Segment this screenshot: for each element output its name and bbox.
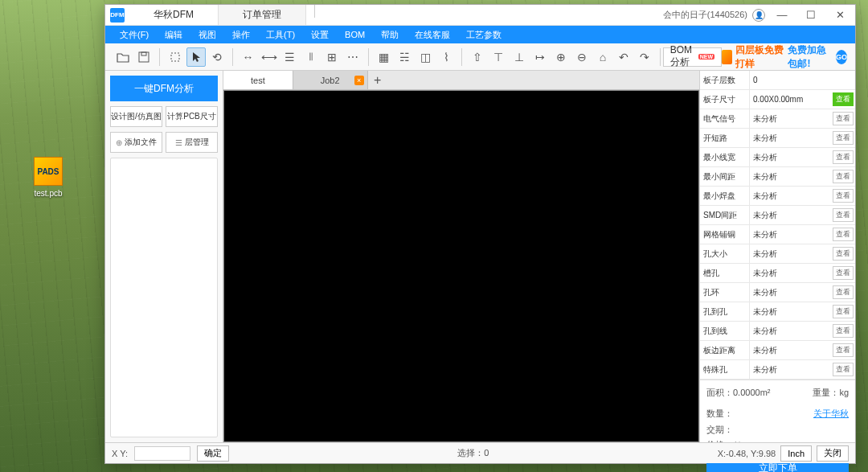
menu-file[interactable]: 文件(F) <box>112 26 157 43</box>
menu-settings[interactable]: 设置 <box>303 26 337 43</box>
measure-icon[interactable]: ↔ <box>239 47 258 67</box>
prop-row: SMD间距未分析查看 <box>700 206 855 225</box>
menu-tools[interactable]: 工具(T) <box>258 26 303 43</box>
view-button[interactable]: 查看 <box>833 150 854 164</box>
more-icon[interactable]: ⋯ <box>343 47 362 67</box>
undo-icon[interactable]: ↶ <box>614 47 633 67</box>
view-button[interactable]: 查看 <box>833 305 854 318</box>
menu-operate[interactable]: 操作 <box>224 26 258 43</box>
prop-label: 板子尺寸 <box>700 90 750 109</box>
view-button[interactable]: 查看 <box>833 343 854 357</box>
bottom-view-icon[interactable]: ⊥ <box>510 47 529 67</box>
center-area: test Job2× + <box>223 71 699 442</box>
document-tabs: test Job2× + <box>223 71 699 90</box>
app-window: DFM 华秋DFM 订单管理 会中的日子(1440526) 👤 — ☐ ✕ 文件… <box>104 4 856 464</box>
menu-edit[interactable]: 编辑 <box>157 26 190 43</box>
order-now-button[interactable]: 立即下单 <box>706 462 849 472</box>
align-h-icon[interactable]: ☰ <box>280 47 300 67</box>
dfm-analyze-button[interactable]: 一键DFM分析 <box>110 76 218 101</box>
desktop-file-icon[interactable]: PADS test.pcb <box>28 157 68 198</box>
zoom-in-icon[interactable]: ⊕ <box>551 47 571 67</box>
coords-status: X:-0.48, Y:9.98 <box>718 449 776 458</box>
title-tab-dfm[interactable]: 华秋DFM <box>129 5 219 25</box>
select-tool-icon[interactable] <box>166 47 185 67</box>
tab-test[interactable]: test <box>223 71 293 89</box>
prop-value: 未分析 <box>750 167 831 186</box>
view-button[interactable]: 查看 <box>833 131 854 145</box>
about-link[interactable]: 关于华秋 <box>813 406 849 422</box>
prop-label: 特殊孔 <box>700 360 750 379</box>
prop-row: 板边距离未分析查看 <box>700 341 855 360</box>
home-icon[interactable]: ⌂ <box>593 47 612 67</box>
view-button[interactable]: 查看 <box>833 324 854 338</box>
menu-help[interactable]: 帮助 <box>373 26 407 43</box>
pcb-canvas[interactable] <box>223 90 699 442</box>
layer-mgmt-button[interactable]: ☰层管理 <box>166 132 218 153</box>
next-icon[interactable]: ↦ <box>530 47 550 67</box>
pointer-tool-icon[interactable] <box>186 47 206 67</box>
save-icon[interactable] <box>134 47 154 67</box>
trace-icon[interactable]: ⌇ <box>436 47 456 67</box>
close-tab-icon[interactable]: × <box>354 76 364 85</box>
close-button[interactable]: ✕ <box>828 6 852 25</box>
grid-icon[interactable]: ⊞ <box>322 47 342 67</box>
left-panel: 一键DFM分析 设计图/仿真图 计算PCB尺寸 ⊕添加文件 ☰层管理 <box>105 71 223 442</box>
prop-label: 孔大小 <box>700 244 750 263</box>
dimension-icon[interactable]: ⟷ <box>260 47 279 67</box>
delivery-label: 交期： <box>706 422 849 438</box>
menu-process[interactable]: 工艺参数 <box>458 26 510 43</box>
view-button[interactable]: 查看 <box>833 112 854 125</box>
menu-view[interactable]: 视图 <box>190 26 224 43</box>
unit-button[interactable]: Inch <box>780 445 812 462</box>
svg-rect-0 <box>139 52 149 62</box>
xy-input[interactable] <box>134 446 190 461</box>
export-icon[interactable]: ⇧ <box>468 47 487 67</box>
view-button[interactable]: 查看 <box>833 363 854 376</box>
tab-job2[interactable]: Job2× <box>293 71 368 89</box>
align-v-icon[interactable]: ⦀ <box>301 47 321 67</box>
prop-label: 电气信号 <box>700 109 750 128</box>
rotate-icon[interactable]: ⟲ <box>207 47 227 67</box>
prop-value: 未分析 <box>750 264 831 282</box>
view-button[interactable]: 查看 <box>833 92 854 106</box>
redo-icon[interactable]: ↷ <box>635 47 654 67</box>
view-button[interactable]: 查看 <box>833 170 854 183</box>
module-icon[interactable]: ▦ <box>374 47 393 67</box>
title-bar: DFM 华秋DFM 订单管理 会中的日子(1440526) 👤 — ☐ ✕ <box>105 5 855 26</box>
view-button[interactable]: 查看 <box>833 247 854 261</box>
svg-rect-2 <box>171 53 179 61</box>
prop-row: 板子尺寸0.00X0.00mm查看 <box>700 90 855 109</box>
prop-row: 特殊孔未分析查看 <box>700 360 855 380</box>
design-sim-button[interactable]: 设计图/仿真图 <box>110 106 162 127</box>
layers-icon: ☰ <box>175 138 182 147</box>
view-button[interactable]: 查看 <box>833 266 854 280</box>
view-button[interactable]: 查看 <box>833 189 854 203</box>
top-view-icon[interactable]: ⊤ <box>489 47 508 67</box>
status-bar: X Y: 确定 选择：0 X:-0.48, Y:9.98 Inch 关闭 <box>105 442 855 463</box>
open-icon[interactable] <box>113 47 133 67</box>
view-button[interactable]: 查看 <box>833 208 854 222</box>
minimize-button[interactable]: — <box>770 6 794 25</box>
promo-banner[interactable]: 四层板免费打样 免费加急包邮! GO <box>722 43 850 71</box>
prop-label: 开短路 <box>700 129 750 147</box>
calc-pcb-button[interactable]: 计算PCB尺寸 <box>166 106 218 127</box>
menu-online[interactable]: 在线客服 <box>407 26 458 43</box>
component-icon[interactable]: ◫ <box>416 47 435 67</box>
view-button[interactable]: 查看 <box>833 285 854 299</box>
confirm-button[interactable]: 确定 <box>197 445 229 462</box>
layers-icon[interactable]: ☵ <box>395 47 414 67</box>
title-tab-orders[interactable]: 订单管理 <box>219 5 306 25</box>
add-tab-button[interactable]: + <box>368 71 387 90</box>
close-status-button[interactable]: 关闭 <box>817 445 849 462</box>
go-button[interactable]: GO <box>836 50 847 64</box>
add-file-button[interactable]: ⊕添加文件 <box>110 132 162 153</box>
zoom-out-icon[interactable]: ⊖ <box>572 47 592 67</box>
user-icon[interactable]: 👤 <box>752 9 765 22</box>
layer-list[interactable] <box>110 158 218 437</box>
view-button[interactable]: 查看 <box>833 228 854 241</box>
maximize-button[interactable]: ☐ <box>799 6 823 25</box>
xy-label: X Y: <box>112 449 128 458</box>
prop-value: 未分析 <box>750 283 831 302</box>
bom-analyze-button[interactable]: BOM分析NEW <box>663 47 722 67</box>
menu-bom[interactable]: BOM <box>337 26 373 43</box>
